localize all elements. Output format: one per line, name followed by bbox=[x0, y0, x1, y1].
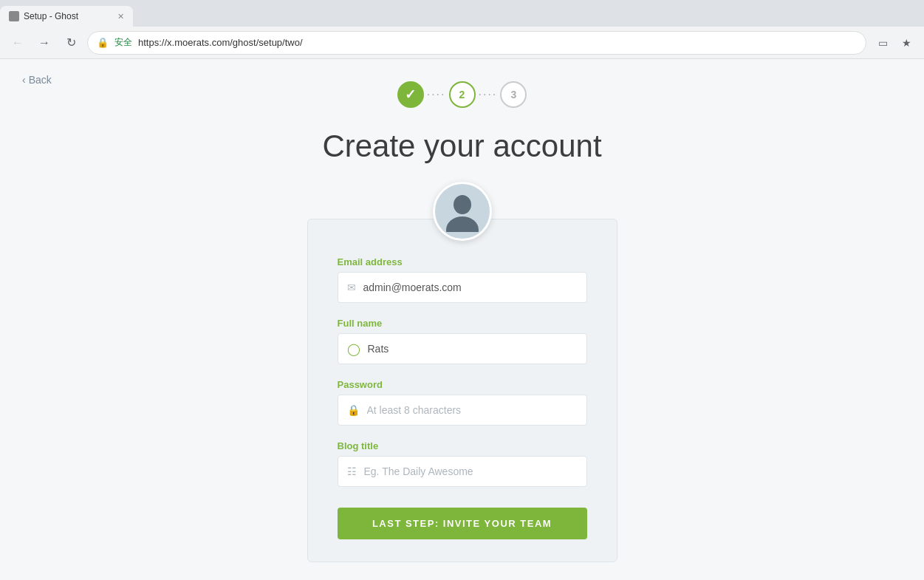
blog-icon: ☷ bbox=[347, 465, 357, 477]
email-input-wrapper: ✉ bbox=[338, 272, 587, 303]
fullname-label: Full name bbox=[338, 318, 587, 329]
cast-button[interactable]: ▭ bbox=[872, 33, 893, 53]
password-input-wrapper: 🔒 bbox=[338, 395, 587, 426]
forward-nav-button[interactable]: → bbox=[34, 33, 55, 53]
step-3-label: 3 bbox=[510, 89, 516, 100]
toolbar-right: ▭ ★ bbox=[872, 33, 917, 53]
step-1-checkmark: ✓ bbox=[405, 86, 416, 103]
browser-chrome: Setup - Ghost ✕ ← → ↻ 🔒 安全 https://x.moe… bbox=[0, 0, 924, 59]
tab-bar: Setup - Ghost ✕ bbox=[0, 0, 924, 27]
lock-icon: 🔒 bbox=[97, 37, 109, 48]
password-label: Password bbox=[338, 379, 587, 390]
browser-toolbar: ← → ↻ 🔒 安全 https://x.moerats.com/ghost/s… bbox=[0, 27, 924, 59]
back-chevron-icon: ‹ bbox=[22, 74, 26, 86]
back-link[interactable]: ‹ Back bbox=[22, 74, 52, 86]
password-form-group: Password 🔒 bbox=[338, 379, 587, 426]
form-card: Email address ✉ Full name ◯ Password 🔒 bbox=[307, 219, 617, 562]
back-nav-button[interactable]: ← bbox=[7, 33, 28, 53]
url-text: https://x.moerats.com/ghost/setup/two/ bbox=[138, 37, 303, 48]
fullname-input-wrapper: ◯ bbox=[338, 333, 587, 364]
submit-button[interactable]: LAST STEP: INVITE YOUR TEAM bbox=[338, 508, 587, 539]
main-container: ✓ ···· 2 ···· 3 Create your account bbox=[15, 74, 909, 562]
blog-title-form-group: Blog title ☷ bbox=[338, 440, 587, 487]
reload-button[interactable]: ↻ bbox=[61, 33, 81, 53]
lock-icon: 🔒 bbox=[347, 404, 360, 416]
fullname-form-group: Full name ◯ bbox=[338, 318, 587, 364]
avatar bbox=[433, 182, 492, 241]
fullname-input[interactable] bbox=[368, 343, 578, 355]
svg-point-1 bbox=[446, 216, 479, 232]
secure-label: 安全 bbox=[114, 36, 132, 49]
email-form-group: Email address ✉ bbox=[338, 256, 587, 303]
email-label: Email address bbox=[338, 256, 587, 267]
page-title: Create your account bbox=[322, 129, 601, 164]
password-input[interactable] bbox=[367, 404, 578, 416]
blog-title-input[interactable] bbox=[364, 465, 578, 477]
active-tab[interactable]: Setup - Ghost ✕ bbox=[0, 6, 133, 27]
step-indicators: ✓ ···· 2 ···· 3 bbox=[397, 81, 527, 108]
step-dots-2: ···· bbox=[479, 88, 498, 101]
page-content: ‹ Back ✓ ···· 2 ···· 3 Create your accou… bbox=[0, 59, 924, 580]
svg-point-0 bbox=[454, 195, 471, 214]
step-2-label: 2 bbox=[459, 89, 465, 100]
blog-title-input-wrapper: ☷ bbox=[338, 456, 587, 487]
step-1-indicator: ✓ bbox=[397, 81, 424, 108]
back-label: Back bbox=[29, 74, 52, 86]
avatar-container[interactable] bbox=[433, 182, 492, 241]
address-bar[interactable]: 🔒 安全 https://x.moerats.com/ghost/setup/t… bbox=[87, 31, 866, 55]
step-dots-1: ···· bbox=[427, 88, 446, 101]
step-3-indicator: 3 bbox=[500, 81, 527, 108]
tab-favicon bbox=[9, 11, 19, 21]
tab-close-button[interactable]: ✕ bbox=[117, 12, 124, 21]
email-input[interactable] bbox=[363, 282, 578, 293]
step-2-indicator: 2 bbox=[449, 81, 476, 108]
user-icon: ◯ bbox=[347, 342, 360, 356]
email-icon: ✉ bbox=[347, 282, 356, 293]
tab-title: Setup - Ghost bbox=[24, 11, 78, 21]
bookmark-button[interactable]: ★ bbox=[896, 33, 917, 53]
blog-title-label: Blog title bbox=[338, 440, 587, 451]
avatar-icon bbox=[444, 191, 481, 232]
